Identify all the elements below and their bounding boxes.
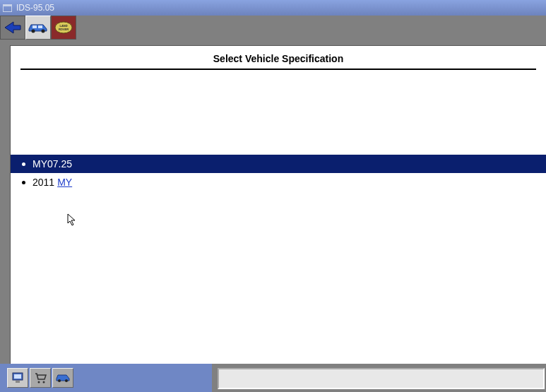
svg-point-1 xyxy=(42,30,45,33)
back-button[interactable] xyxy=(0,16,25,40)
list-item-link: MY xyxy=(57,177,72,188)
list-item-prefix: 2011 xyxy=(32,177,54,188)
list-item[interactable]: 2011 MY xyxy=(11,173,546,191)
shopping-cart-button[interactable] xyxy=(30,368,51,388)
list-item[interactable]: MY07.25 xyxy=(11,155,546,173)
content-panel: Select Vehicle Specification MY07.25 201… xyxy=(10,45,546,364)
main-area: Select Vehicle Specification MY07.25 201… xyxy=(0,40,546,364)
heading-rule xyxy=(20,69,536,70)
svg-rect-2 xyxy=(32,25,37,28)
car-icon xyxy=(28,21,49,34)
bottom-bar xyxy=(0,364,546,392)
top-toolbar: LAND ROVER xyxy=(0,16,546,40)
back-arrow-icon xyxy=(4,20,22,35)
window-titlebar: IDS-95.05 xyxy=(0,0,546,16)
status-panel xyxy=(218,368,545,389)
panel-heading: Select Vehicle Specification xyxy=(11,46,546,69)
svg-point-10 xyxy=(38,381,40,384)
svg-point-12 xyxy=(58,379,61,382)
land-rover-icon: LAND ROVER xyxy=(54,20,73,35)
bottom-left-tray xyxy=(0,364,212,392)
shopping-cart-icon xyxy=(33,371,47,385)
window-title: IDS-95.05 xyxy=(16,3,54,13)
mouse-cursor-icon xyxy=(67,213,77,226)
bullet-icon xyxy=(22,181,25,184)
svg-point-0 xyxy=(32,30,35,33)
svg-text:ROVER: ROVER xyxy=(59,28,69,31)
system-info-button[interactable] xyxy=(7,368,28,388)
vehicle-select-button[interactable] xyxy=(52,368,73,388)
svg-rect-8 xyxy=(14,374,21,379)
svg-rect-3 xyxy=(38,25,42,28)
svg-rect-9 xyxy=(16,381,20,383)
spec-list: MY07.25 2011 MY xyxy=(11,155,546,191)
window-icon xyxy=(3,4,12,12)
brand-button[interactable]: LAND ROVER xyxy=(51,16,76,40)
system-info-icon xyxy=(11,371,25,385)
vehicle-select-icon xyxy=(55,372,71,384)
list-item-label: MY07.25 xyxy=(32,158,72,170)
bullet-icon xyxy=(22,162,25,166)
vehicle-tab-button[interactable] xyxy=(25,16,51,40)
svg-point-13 xyxy=(65,379,68,382)
svg-point-11 xyxy=(43,381,45,384)
